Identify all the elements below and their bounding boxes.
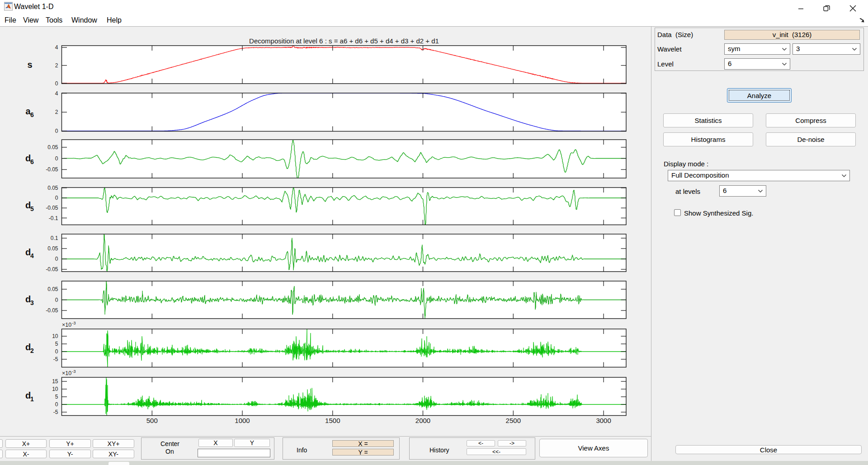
svg-text:10: 10: [52, 333, 58, 339]
svg-text:0: 0: [55, 401, 58, 408]
svg-text:0: 0: [55, 348, 58, 355]
svg-text:5: 5: [55, 394, 58, 400]
svg-text:2: 2: [55, 62, 58, 69]
svg-text:0: 0: [55, 155, 58, 162]
svg-text:0.05: 0.05: [47, 144, 58, 150]
svg-text:×10: ×10: [62, 370, 71, 376]
svg-text:-0.05: -0.05: [46, 307, 58, 314]
svg-text:1000: 1000: [235, 417, 250, 424]
svg-text:-0.05: -0.05: [46, 166, 58, 173]
svg-text:0: 0: [55, 128, 58, 134]
svg-text:15: 15: [52, 378, 58, 385]
svg-text:2500: 2500: [506, 417, 521, 424]
svg-text:-5: -5: [53, 409, 58, 415]
svg-text:Decomposition at level 6 : s =: Decomposition at level 6 : s = a6 + d6 +…: [249, 37, 439, 45]
svg-text:2: 2: [55, 109, 58, 115]
svg-text:-3: -3: [72, 369, 75, 374]
svg-text:5: 5: [30, 205, 34, 212]
svg-text:500: 500: [146, 417, 158, 424]
svg-text:4: 4: [55, 44, 58, 51]
svg-text:2: 2: [30, 347, 34, 354]
svg-text:0: 0: [55, 80, 58, 87]
svg-text:×10: ×10: [62, 322, 71, 328]
svg-text:-0.05: -0.05: [46, 266, 58, 272]
svg-text:6: 6: [30, 158, 34, 165]
svg-text:0.05: 0.05: [47, 185, 58, 191]
svg-text:2000: 2000: [415, 417, 430, 424]
svg-text:4: 4: [30, 252, 34, 259]
svg-text:0: 0: [55, 256, 58, 262]
svg-text:3000: 3000: [596, 417, 611, 424]
svg-text:0.1: 0.1: [51, 235, 58, 241]
svg-text:5: 5: [55, 341, 58, 347]
svg-text:-3: -3: [72, 320, 75, 325]
svg-text:s: s: [27, 60, 32, 70]
svg-text:10: 10: [52, 386, 58, 392]
svg-text:4: 4: [55, 90, 58, 97]
svg-text:1500: 1500: [325, 417, 340, 424]
svg-text:-0.05: -0.05: [46, 205, 58, 211]
svg-text:-5: -5: [53, 356, 58, 362]
svg-text:0.05: 0.05: [47, 286, 58, 292]
svg-text:0.05: 0.05: [47, 245, 58, 252]
svg-text:-0.1: -0.1: [49, 215, 58, 221]
svg-text:6: 6: [30, 111, 34, 118]
svg-text:0: 0: [55, 297, 58, 303]
svg-text:1: 1: [30, 395, 34, 403]
svg-text:0: 0: [55, 195, 58, 201]
svg-text:3: 3: [30, 299, 34, 306]
